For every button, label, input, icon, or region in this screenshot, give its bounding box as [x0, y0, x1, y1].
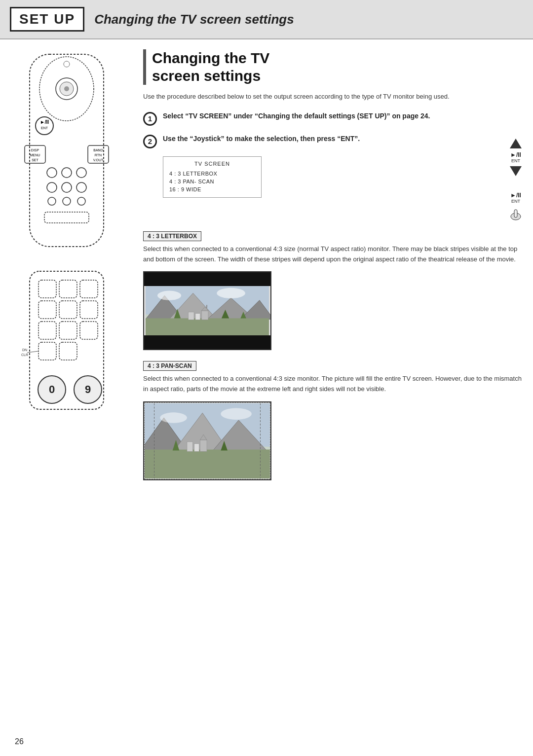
- svg-rect-70: [145, 450, 270, 479]
- hand-icon: [508, 206, 523, 220]
- svg-point-64: [217, 288, 245, 298]
- svg-point-4: [64, 86, 69, 91]
- svg-text:MENU: MENU: [30, 153, 40, 157]
- letterbox-scene: [144, 286, 270, 335]
- step-2-text: Use the “Joystick” to make the selection…: [163, 134, 360, 144]
- svg-rect-56: [195, 314, 200, 320]
- svg-rect-72: [194, 444, 199, 452]
- svg-point-21: [76, 182, 86, 192]
- page-header: SET UP Changing the TV screen settings: [0, 0, 533, 39]
- panscan-scene: [145, 403, 270, 479]
- letterbox-content: [144, 286, 270, 335]
- svg-rect-73: [200, 440, 207, 451]
- panscan-content: [144, 402, 270, 479]
- svg-point-77: [160, 412, 187, 423]
- svg-text:►/II: ►/II: [40, 119, 49, 125]
- svg-point-24: [77, 197, 85, 205]
- svg-point-18: [76, 168, 86, 178]
- play-pause-symbol-bottom: ►/II: [510, 192, 521, 199]
- svg-rect-35: [59, 322, 77, 339]
- step-2-area: 2 Use the “Joystick” to make the selecti…: [143, 134, 523, 220]
- svg-rect-54: [146, 319, 269, 336]
- menu-item-1: 4 : 3 LETTERBOX: [169, 170, 255, 178]
- menu-item-2: 4 : 3 PAN- SCAN: [169, 178, 255, 185]
- menu-item-3: 16 : 9 WIDE: [169, 185, 255, 193]
- top-black-bar: [144, 272, 270, 286]
- tv-screen-menu: TV SCREEN 4 : 3 LETTERBOX 4 : 3 PAN- SCA…: [163, 156, 262, 198]
- svg-text:CLR: CLR: [21, 353, 28, 357]
- panscan-desc: Select this when connected to a conventi…: [143, 374, 523, 395]
- section-title: Changing the TV screen settings: [143, 49, 523, 85]
- svg-rect-37: [38, 342, 56, 360]
- svg-point-26: [64, 61, 70, 67]
- svg-point-17: [62, 168, 72, 178]
- step-2: 2 Use the “Joystick” to make the selecti…: [143, 134, 498, 148]
- panscan-screen: [143, 401, 271, 480]
- svg-rect-25: [44, 212, 89, 223]
- menu-title: TV SCREEN: [169, 161, 255, 167]
- step-2-number: 2: [143, 135, 157, 148]
- svg-rect-30: [80, 280, 98, 298]
- svg-point-78: [221, 408, 252, 420]
- svg-rect-34: [38, 322, 56, 339]
- step-2-content: 2 Use the “Joystick” to make the selecti…: [143, 134, 498, 202]
- svg-rect-36: [80, 322, 98, 339]
- header-subtitle: Changing the TV screen settings: [94, 12, 294, 27]
- svg-point-23: [63, 197, 71, 205]
- svg-rect-55: [189, 312, 194, 320]
- ent-button-top: ►/II ENT: [510, 151, 521, 163]
- svg-point-20: [62, 182, 72, 192]
- svg-rect-31: [38, 301, 56, 319]
- option-letterbox: 4 : 3 LETTERBOX Select this when connect…: [143, 225, 523, 351]
- svg-point-19: [47, 182, 57, 192]
- arrow-down-icon: [510, 166, 522, 176]
- left-column: ►/II ENT DISP MENU SET BAND RTN V.OUT: [10, 49, 123, 485]
- svg-text:RTN: RTN: [95, 153, 102, 157]
- joystick-diagram: ►/II ENT ►/II ENT: [508, 134, 523, 220]
- svg-rect-59: [206, 305, 207, 308]
- svg-text:BAND: BAND: [93, 148, 103, 152]
- svg-line-41: [27, 351, 38, 353]
- svg-text:ENT: ENT: [41, 126, 48, 130]
- svg-rect-38: [59, 342, 77, 360]
- main-content: ►/II ENT DISP MENU SET BAND RTN V.OUT: [0, 39, 533, 495]
- svg-point-16: [47, 168, 57, 178]
- svg-rect-28: [38, 280, 56, 298]
- step-1-text: Select “TV SCREEN” under “Changing the d…: [163, 111, 430, 121]
- page-title: Changing the TV screen settings: [152, 49, 523, 85]
- ent-label-top: ENT: [511, 158, 520, 163]
- svg-rect-29: [59, 280, 77, 298]
- svg-text:0: 0: [49, 383, 55, 396]
- step-1-number: 1: [143, 112, 157, 126]
- ent-button-bottom: ►/II ENT: [508, 192, 523, 220]
- svg-text:DN: DN: [22, 348, 27, 352]
- svg-text:V.OUT: V.OUT: [93, 158, 104, 162]
- svg-rect-57: [201, 311, 208, 320]
- letterbox-screen: [143, 271, 271, 350]
- svg-rect-32: [59, 301, 77, 319]
- setup-badge: SET UP: [10, 7, 84, 32]
- letterbox-desc: Select this when connected to a conventi…: [143, 244, 523, 265]
- intro-text: Use the procedure described below to set…: [143, 92, 523, 102]
- arrow-up-icon: [510, 139, 522, 148]
- letterbox-label: 4 : 3 LETTERBOX: [143, 231, 201, 241]
- svg-text:DISP: DISP: [31, 148, 39, 152]
- remote-bottom-illustration: DN CLR 0 9: [15, 266, 118, 439]
- step-1: 1 Select “TV SCREEN” under “Changing the…: [143, 111, 523, 126]
- svg-rect-71: [187, 442, 193, 452]
- bottom-black-bar: [144, 335, 270, 349]
- svg-text:9: 9: [85, 383, 91, 396]
- ent-label-bottom: ENT: [511, 199, 520, 204]
- remote-top-illustration: ►/II ENT DISP MENU SET BAND RTN V.OUT: [15, 49, 118, 256]
- play-pause-symbol-top: ►/II: [510, 151, 521, 158]
- svg-point-22: [48, 197, 56, 205]
- right-column: Changing the TV screen settings Use the …: [138, 49, 523, 485]
- panscan-label: 4 : 3 PAN-SCAN: [143, 361, 196, 371]
- svg-text:SET: SET: [32, 158, 38, 162]
- svg-rect-33: [80, 301, 98, 319]
- svg-point-63: [157, 291, 181, 300]
- svg-rect-47: [514, 210, 517, 217]
- option-panscan: 4 : 3 PAN-SCAN Select this when connecte…: [143, 355, 523, 480]
- page-number: 26: [15, 737, 24, 746]
